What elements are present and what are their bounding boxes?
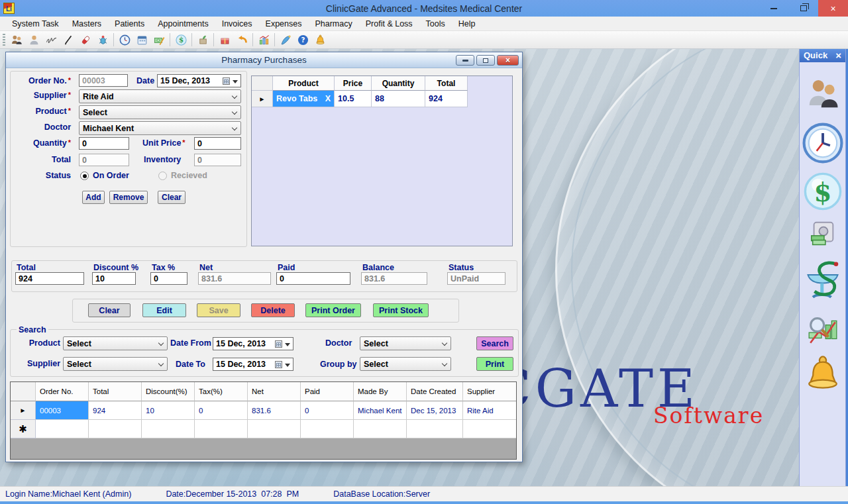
- dialog-maximize-button[interactable]: [476, 55, 495, 66]
- remove-item-x[interactable]: X: [325, 94, 331, 103]
- new-order-row[interactable]: ✱: [11, 420, 516, 438]
- order-discount-cell[interactable]: 10: [142, 401, 195, 420]
- save-button[interactable]: Save: [197, 303, 240, 317]
- calendar-icon[interactable]: [223, 77, 230, 85]
- pharmacy-bowl-icon[interactable]: [803, 253, 843, 310]
- dropdown-arrow-icon[interactable]: [285, 364, 290, 367]
- help-icon[interactable]: ?: [294, 32, 311, 48]
- search-product-combobox[interactable]: Select: [63, 336, 168, 350]
- report-chart-icon[interactable]: [255, 32, 272, 48]
- column-header-made-by[interactable]: Made By: [354, 382, 407, 401]
- column-header-total[interactable]: Total: [89, 382, 142, 401]
- column-header-discount[interactable]: Discount(%): [142, 382, 195, 401]
- calendar-icon[interactable]: [275, 340, 282, 348]
- order-made-by-cell[interactable]: Michael Kent: [354, 401, 407, 420]
- menu-appointments[interactable]: Appointments: [151, 17, 215, 30]
- supplier-combobox[interactable]: Rite Aid: [79, 89, 241, 103]
- gift-box-icon[interactable]: [216, 32, 233, 48]
- patients-group-icon[interactable]: [8, 32, 25, 48]
- window-close-button[interactable]: ×: [818, 0, 848, 17]
- clear-item-button[interactable]: Clear: [158, 191, 186, 204]
- column-header-tax[interactable]: Tax(%): [195, 382, 248, 401]
- window-restore-button[interactable]: [788, 0, 818, 17]
- undo-arrow-icon[interactable]: [233, 32, 250, 48]
- menu-help[interactable]: Help: [452, 17, 482, 30]
- menu-patients[interactable]: Patients: [108, 17, 151, 30]
- profit-search-icon[interactable]: [806, 310, 839, 351]
- dollar-coin-icon[interactable]: $: [172, 32, 189, 48]
- empty-cell[interactable]: [463, 420, 516, 438]
- calendar-icon[interactable]: [275, 361, 282, 368]
- menu-system-task[interactable]: System Task: [5, 17, 66, 30]
- add-button[interactable]: Add: [82, 191, 105, 204]
- empty-cell[interactable]: [301, 420, 354, 438]
- row-selector-cell[interactable]: ►: [11, 401, 36, 420]
- item-price-cell[interactable]: 10.5: [335, 91, 372, 107]
- patient-icon[interactable]: [25, 32, 42, 48]
- order-supplier-cell[interactable]: Rite Aid: [463, 401, 516, 420]
- totals-tax-field[interactable]: [150, 272, 187, 285]
- print-order-button[interactable]: Print Order: [305, 303, 361, 317]
- quick-panel-close-icon[interactable]: ×: [835, 50, 841, 60]
- order-paid-cell[interactable]: 0: [301, 401, 354, 420]
- order-date-picker[interactable]: 15 Dec, 2013: [157, 74, 241, 87]
- invoices-dollar-icon[interactable]: $: [804, 168, 842, 215]
- unit-price-field[interactable]: [194, 137, 241, 150]
- empty-cell[interactable]: [407, 420, 463, 438]
- item-product-cell[interactable]: Revo Tabs X: [273, 91, 335, 107]
- reminder-bell-icon[interactable]: [804, 351, 841, 397]
- medicine-capsule-icon[interactable]: [77, 32, 94, 48]
- date-to-picker[interactable]: 15 Dec, 2013: [213, 358, 293, 371]
- empty-cell[interactable]: [36, 420, 89, 438]
- new-row-selector-cell[interactable]: ✱: [11, 420, 36, 438]
- empty-cell[interactable]: [354, 420, 407, 438]
- window-minimize-button[interactable]: [759, 0, 788, 17]
- calendar-icon[interactable]: [133, 32, 150, 48]
- signature-icon[interactable]: [42, 32, 60, 48]
- clock-icon[interactable]: [116, 32, 133, 48]
- date-from-picker[interactable]: 15 Dec, 2013: [213, 337, 293, 350]
- menu-tools[interactable]: Tools: [419, 17, 452, 30]
- empty-cell[interactable]: [195, 420, 248, 438]
- print-stock-button[interactable]: Print Stock: [373, 303, 429, 317]
- on-order-radio[interactable]: [80, 172, 89, 180]
- column-header-order-no[interactable]: Order No.: [36, 382, 89, 401]
- remove-button[interactable]: Remove: [109, 191, 148, 204]
- column-header-product[interactable]: Product: [273, 76, 335, 91]
- empty-cell[interactable]: [248, 420, 301, 438]
- order-tax-cell[interactable]: 0: [195, 401, 248, 420]
- order-total-cell[interactable]: 924: [89, 401, 142, 420]
- menu-pharmacy[interactable]: Pharmacy: [308, 17, 358, 30]
- received-radio[interactable]: [158, 172, 167, 180]
- expenses-safe-icon[interactable]: [808, 215, 838, 253]
- print-button[interactable]: Print: [476, 357, 513, 371]
- order-date-created-cell[interactable]: Dec 15, 2013: [407, 401, 463, 420]
- search-supplier-combobox[interactable]: Select: [63, 357, 168, 371]
- pen-icon[interactable]: [60, 32, 77, 48]
- search-button[interactable]: Search: [476, 336, 513, 350]
- column-header-net[interactable]: Net: [248, 382, 301, 401]
- order-row[interactable]: ► 00003 924 10 0 831.6 0 Michael Kent De…: [11, 401, 516, 420]
- patients-quick-icon[interactable]: [805, 70, 841, 118]
- dropdown-arrow-icon[interactable]: [285, 343, 290, 346]
- menu-expenses[interactable]: Expenses: [259, 17, 309, 30]
- group-by-combobox[interactable]: Select: [360, 357, 451, 371]
- column-header-date-created[interactable]: Date Created: [407, 382, 463, 401]
- item-total-cell[interactable]: 924: [425, 91, 468, 107]
- delete-button[interactable]: Delete: [251, 303, 295, 317]
- empty-cell[interactable]: [89, 420, 142, 438]
- menu-profit-loss[interactable]: Profit & Loss: [359, 17, 419, 30]
- lab-icon[interactable]: [94, 32, 111, 48]
- invoice-money-icon[interactable]: [150, 32, 168, 48]
- item-quantity-cell[interactable]: 88: [372, 91, 425, 107]
- order-net-cell[interactable]: 831.6: [248, 401, 301, 420]
- row-selector-cell[interactable]: ►: [252, 91, 273, 107]
- clear-button[interactable]: Clear: [88, 303, 131, 317]
- order-no-field[interactable]: [79, 74, 128, 87]
- dialog-close-button[interactable]: ×: [497, 55, 519, 66]
- stock-box-icon[interactable]: [194, 32, 211, 48]
- column-header-supplier[interactable]: Supplier: [463, 382, 516, 401]
- column-header-price[interactable]: Price: [335, 76, 372, 91]
- reminder-bell-icon[interactable]: [311, 32, 329, 48]
- edit-button[interactable]: Edit: [142, 303, 186, 317]
